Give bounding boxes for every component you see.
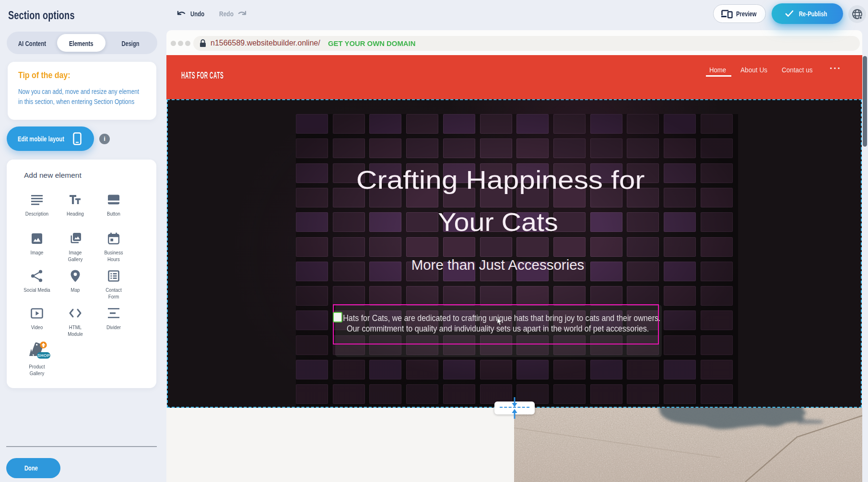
svg-text:SHOP: SHOP xyxy=(37,353,50,358)
